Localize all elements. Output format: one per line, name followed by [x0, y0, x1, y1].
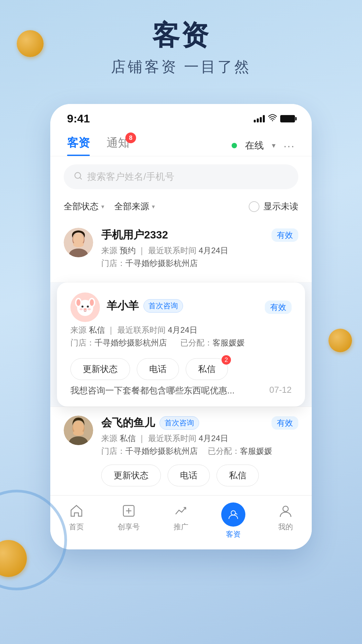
- private-msg-badge-c2: 2: [222, 355, 231, 365]
- nav-home[interactable]: 首页: [50, 502, 103, 539]
- preview-text-c2: 我想咨询一下套餐都包含哪些东西呢优惠...: [70, 385, 264, 396]
- svg-point-12: [76, 299, 80, 306]
- more-menu-button[interactable]: ···: [284, 139, 295, 152]
- nav-promote[interactable]: 推广: [155, 502, 207, 539]
- deco-ball-bottom-left: [0, 540, 27, 577]
- tab-kezu[interactable]: 客资: [67, 135, 90, 156]
- online-label: 在线: [245, 139, 264, 152]
- unread-radio-icon: [249, 201, 259, 212]
- tab-more-area: 在线 ▾ ···: [232, 139, 295, 152]
- card-meta-c2: 来源 私信 ｜ 最近联系时间 4月24日: [70, 325, 292, 335]
- card-status-c1: 有效: [272, 228, 298, 242]
- card-name-c2: 羊小羊: [107, 299, 139, 313]
- signal-bars-icon: [254, 115, 265, 122]
- deco-ball-right-mid: [328, 329, 352, 352]
- mine-icon: [277, 502, 294, 519]
- update-status-button-c3[interactable]: 更新状态: [101, 465, 161, 486]
- unread-toggle[interactable]: 显示未读: [249, 201, 298, 212]
- preview-time-c2: 07-12: [269, 385, 292, 396]
- search-wrap: 搜索客户姓名/手机号: [50, 156, 312, 197]
- card-meta-c1: 来源 预约 ｜ 最近联系时间 4月24日: [101, 245, 298, 256]
- tab-notify[interactable]: 通知 8: [107, 135, 129, 156]
- svg-point-14: [81, 306, 83, 308]
- filter-status-button[interactable]: 全部状态 ▾: [64, 201, 104, 212]
- svg-point-16: [83, 308, 87, 310]
- card-name-c3: 会飞的鱼儿: [101, 416, 155, 430]
- nav-mine-label: 我的: [278, 522, 293, 532]
- private-msg-button-c2[interactable]: 私信 2: [186, 358, 228, 380]
- svg-point-27: [231, 511, 235, 515]
- card-tag-c3: 首次咨询: [160, 416, 199, 430]
- nav-promote-label: 推广: [174, 522, 188, 532]
- search-bar[interactable]: 搜索客户姓名/手机号: [64, 164, 298, 189]
- page-subtitle: 店铺客资 一目了然: [0, 57, 362, 77]
- card-actions-c3: 更新状态 电话 私信: [101, 465, 298, 486]
- status-bar: 9:41: [50, 104, 312, 128]
- customer-card-c2-expanded[interactable]: 羊小羊 首次咨询 有效 来源 私信 ｜ 最近联系时间 4月24日 门店：千寻婚纱…: [57, 282, 305, 407]
- deco-ball-top-left: [17, 30, 44, 57]
- create-icon: [120, 502, 137, 519]
- home-icon: [68, 502, 85, 519]
- svg-point-0: [272, 120, 273, 121]
- nav-home-label: 首页: [69, 522, 84, 532]
- nav-kezu[interactable]: 客资: [207, 502, 259, 539]
- status-time: 9:41: [67, 112, 90, 125]
- nav-mine[interactable]: 我的: [259, 502, 312, 539]
- card-name-c1: 手机用户2332: [101, 228, 168, 243]
- online-dot-icon: [232, 143, 237, 148]
- wifi-icon: [268, 114, 277, 123]
- svg-point-17: [79, 308, 83, 310]
- promote-icon: [173, 502, 189, 519]
- svg-point-7: [73, 242, 84, 247]
- svg-point-13: [90, 299, 94, 306]
- card-status-c2: 有效: [265, 301, 292, 314]
- customer-list: 手机用户2332 有效 来源 预约 ｜ 最近联系时间 4月24日 门店：千寻婚纱…: [50, 219, 312, 495]
- customer-card-c1[interactable]: 手机用户2332 有效 来源 预约 ｜ 最近联系时间 4月24日 门店：千寻婚纱…: [50, 219, 312, 282]
- phone-button-c2[interactable]: 电话: [137, 358, 179, 380]
- page-title: 客资: [0, 20, 362, 50]
- svg-point-23: [73, 430, 84, 436]
- filter-row: 全部状态 ▾ 全部来源 ▾ 显示未读: [50, 197, 312, 219]
- svg-point-28: [283, 506, 288, 512]
- page-header: 客资 店铺客资 一目了然: [0, 0, 362, 90]
- filter-source-chevron: ▾: [152, 203, 155, 210]
- search-placeholder-text: 搜索客户姓名/手机号: [87, 170, 174, 183]
- svg-point-15: [87, 306, 89, 308]
- nav-create-label: 创享号: [118, 522, 140, 532]
- card-tag-c2: 首次咨询: [143, 299, 183, 313]
- svg-point-1: [75, 172, 80, 178]
- card-assigned-c2: 已分配：客服媛媛: [180, 337, 245, 348]
- avatar-c2-lamb: [70, 292, 100, 322]
- notify-badge: 8: [125, 132, 136, 143]
- card-store-c3: 门店：千寻婚纱摄影杭州店: [101, 446, 198, 457]
- app-tabs: 客资 通知 8 在线 ▾ ···: [50, 128, 312, 156]
- card-preview-c2: 我想咨询一下套餐都包含哪些东西呢优惠... 07-12: [70, 385, 292, 396]
- chevron-down-icon[interactable]: ▾: [272, 141, 276, 150]
- kezu-nav-icon: [221, 502, 245, 527]
- status-icons: [254, 114, 295, 123]
- filter-status-chevron: ▾: [101, 203, 104, 210]
- customer-card-c3[interactable]: 会飞的鱼儿 首次咨询 有效 来源 私信 ｜ 最近联系时间 4月24日 门店：千寻…: [50, 407, 312, 495]
- nav-create[interactable]: 创享号: [103, 502, 155, 539]
- card-store-c2: 门店：千寻婚纱摄影杭州店: [70, 337, 167, 348]
- card-status-c3: 有效: [272, 416, 298, 430]
- search-icon: [74, 171, 82, 182]
- phone-button-c3[interactable]: 电话: [168, 465, 210, 486]
- avatar-c1: [64, 228, 93, 257]
- avatar-c3: [64, 416, 93, 445]
- filter-source-button[interactable]: 全部来源 ▾: [114, 201, 155, 212]
- nav-kezu-label: 客资: [226, 529, 241, 539]
- update-status-button-c2[interactable]: 更新状态: [70, 358, 130, 380]
- battery-icon: [280, 115, 295, 122]
- card-assigned-c3: 已分配：客服媛媛: [208, 446, 272, 457]
- card-info-c1: 手机用户2332 有效 来源 预约 ｜ 最近联系时间 4月24日 门店：千寻婚纱…: [101, 228, 298, 273]
- svg-line-2: [80, 177, 81, 179]
- card-actions-c2: 更新状态 电话 私信 2: [70, 358, 292, 380]
- bottom-nav: 首页 创享号 推广: [50, 495, 312, 549]
- svg-point-18: [87, 308, 91, 310]
- card-info-c3: 会飞的鱼儿 首次咨询 有效 来源 私信 ｜ 最近联系时间 4月24日 门店：千寻…: [101, 416, 298, 486]
- private-msg-button-c3[interactable]: 私信: [217, 465, 259, 486]
- phone-mockup: 9:41 客资 通知 8 在线 ▾ ···: [50, 104, 312, 549]
- card-store-c1: 门店：千寻婚纱摄影杭州店: [101, 258, 298, 269]
- card-meta-c3: 来源 私信 ｜ 最近联系时间 4月24日: [101, 433, 298, 444]
